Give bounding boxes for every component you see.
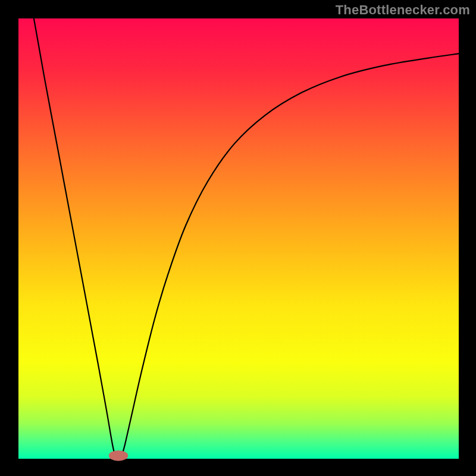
plot-background bbox=[18, 18, 459, 459]
minimum-marker bbox=[109, 450, 129, 461]
chart-canvas: TheBottlenecker.com bbox=[0, 0, 476, 476]
attribution-text: TheBottlenecker.com bbox=[336, 2, 470, 18]
bottleneck-chart bbox=[0, 0, 476, 476]
